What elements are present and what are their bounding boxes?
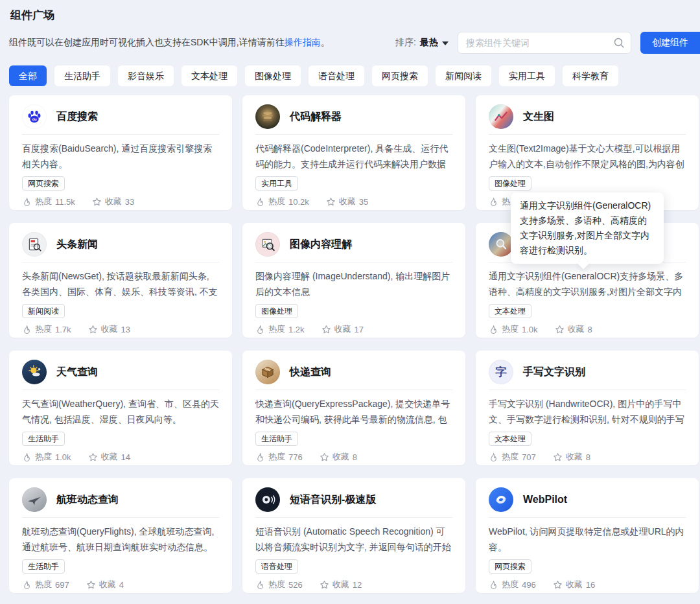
card-title: 文生图 bbox=[523, 110, 554, 124]
heat-value: 496 bbox=[522, 580, 536, 590]
card-divider bbox=[255, 389, 452, 390]
guide-link[interactable]: 操作指南 bbox=[285, 37, 321, 47]
handwrite-ocr-icon: 字 bbox=[489, 360, 513, 384]
star-icon bbox=[320, 452, 329, 462]
category-tag[interactable]: 生活助手 bbox=[22, 559, 65, 574]
flame-icon bbox=[22, 580, 32, 590]
tab-5[interactable]: 语音处理 bbox=[309, 65, 364, 86]
favorite-stat[interactable]: 收藏 17 bbox=[321, 323, 364, 335]
star-icon bbox=[553, 452, 563, 462]
card-description: 短语音识别 (Automatic Speech Recognition) 可以将… bbox=[255, 524, 452, 555]
card-divider bbox=[22, 134, 219, 135]
tab-8[interactable]: 实用工具 bbox=[499, 65, 555, 86]
component-card-1[interactable]: 代码解释器 代码解释器(CodeInterpreter), 具备生成、运行代码的… bbox=[242, 95, 465, 210]
star-icon bbox=[555, 325, 565, 334]
general-ocr-icon bbox=[489, 232, 513, 257]
favorite-value: 4 bbox=[119, 580, 124, 590]
category-tag[interactable]: 图像处理 bbox=[489, 176, 531, 191]
sort-dropdown[interactable]: 排序: 最热 bbox=[395, 37, 449, 49]
heat-label: 热度 bbox=[268, 451, 285, 463]
flame-icon bbox=[489, 197, 498, 207]
tab-1[interactable]: 生活助手 bbox=[54, 65, 110, 86]
webpilot-icon bbox=[489, 487, 513, 512]
flame-icon bbox=[22, 452, 32, 462]
tab-all[interactable]: 全部 bbox=[9, 65, 47, 86]
component-card-3[interactable]: 头条新闻 头条新闻(NewsGet), 按话题获取最新新闻头条, 各类国内、国际… bbox=[9, 223, 232, 338]
heat-value: 776 bbox=[288, 452, 303, 462]
category-tag[interactable]: 实用工具 bbox=[255, 176, 298, 191]
component-card-8[interactable]: 字 手写文字识别 手写文字识别 (HandwriteOCR), 图片中的手写中文… bbox=[476, 351, 699, 465]
category-tag[interactable]: 生活助手 bbox=[255, 432, 298, 446]
search-icon[interactable] bbox=[613, 37, 625, 49]
heat-stat: 热度 526 bbox=[255, 579, 303, 590]
category-tag[interactable]: 网页搜索 bbox=[22, 176, 65, 191]
card-divider bbox=[22, 262, 219, 262]
tab-3[interactable]: 文本处理 bbox=[181, 65, 237, 86]
card-divider bbox=[489, 389, 686, 390]
component-card-0[interactable]: du 百度搜索 百度搜索(BaiduSearch), 通过百度搜索引擎搜索相关内… bbox=[9, 95, 232, 210]
card-description: 快递查询(QueryExpressPackage), 提交快递单号和快递公司编码… bbox=[255, 396, 452, 427]
heat-label: 热度 bbox=[502, 323, 519, 335]
subtitle-period: 。 bbox=[321, 37, 330, 47]
card-divider bbox=[489, 134, 686, 135]
star-icon bbox=[86, 580, 96, 590]
card-description: 通用文字识别组件(GeneralOCR)支持多场景、多语种、高精度的文字识别服务… bbox=[489, 268, 686, 299]
tab-9[interactable]: 科学教育 bbox=[563, 65, 618, 86]
component-card-4[interactable]: 图像内容理解 图像内容理解 (ImageUnderstand), 输出理解图片后… bbox=[242, 223, 465, 338]
flame-icon bbox=[489, 452, 498, 462]
category-tag[interactable]: 文本处理 bbox=[489, 304, 531, 318]
star-icon bbox=[92, 197, 102, 207]
favorite-stat[interactable]: 收藏 14 bbox=[88, 451, 130, 463]
star-icon bbox=[321, 325, 331, 334]
favorite-stat[interactable]: 收藏 12 bbox=[320, 579, 362, 590]
favorite-stat[interactable]: 收藏 13 bbox=[88, 323, 130, 335]
flame-icon bbox=[255, 325, 265, 334]
heat-value: 1.2k bbox=[288, 325, 305, 334]
card-title: WebPilot bbox=[523, 494, 567, 505]
favorite-label: 收藏 bbox=[339, 196, 356, 207]
search-box bbox=[458, 32, 631, 54]
component-card-10[interactable]: 短语音识别-极速版 短语音识别 (Automatic Speech Recogn… bbox=[242, 478, 465, 593]
star-icon bbox=[320, 580, 329, 590]
card-description: 百度搜索(BaiduSearch), 通过百度搜索引擎搜索相关内容。 bbox=[22, 141, 219, 172]
card-divider bbox=[22, 517, 219, 518]
favorite-stat[interactable]: 收藏 16 bbox=[553, 579, 595, 590]
category-tag[interactable]: 文本处理 bbox=[489, 432, 531, 446]
favorite-stat[interactable]: 收藏 8 bbox=[555, 323, 592, 335]
category-tag[interactable]: 网页搜索 bbox=[489, 559, 531, 574]
card-title: 头条新闻 bbox=[56, 238, 98, 251]
component-card-11[interactable]: WebPilot WebPilot, 访问网页提取特定信息或处理URL的内容。 … bbox=[476, 478, 699, 593]
favorite-stat[interactable]: 收藏 4 bbox=[86, 579, 124, 590]
search-input[interactable] bbox=[458, 32, 631, 54]
favorite-label: 收藏 bbox=[101, 323, 118, 335]
heat-value: 1.0k bbox=[55, 452, 71, 462]
flame-icon bbox=[489, 580, 498, 590]
tab-7[interactable]: 新闻阅读 bbox=[436, 65, 491, 86]
favorite-stat[interactable]: 收藏 35 bbox=[326, 196, 368, 207]
component-card-6[interactable]: 天气查询 天气查询(WeatherQuery), 查询省、市、区县的天气情况, … bbox=[9, 351, 232, 465]
component-card-7[interactable]: 快递查询 快递查询(QueryExpressPackage), 提交快递单号和快… bbox=[242, 351, 465, 465]
tab-4[interactable]: 图像处理 bbox=[245, 65, 301, 86]
tab-6[interactable]: 网页搜索 bbox=[372, 65, 428, 86]
star-icon bbox=[88, 325, 98, 334]
heat-label: 热度 bbox=[35, 196, 52, 207]
component-card-grid: du 百度搜索 百度搜索(BaiduSearch), 通过百度搜索引擎搜索相关内… bbox=[9, 95, 699, 593]
tab-2[interactable]: 影音娱乐 bbox=[118, 65, 174, 86]
package-icon bbox=[255, 360, 280, 384]
card-title: 代码解释器 bbox=[290, 110, 342, 124]
favorite-stat[interactable]: 收藏 8 bbox=[320, 451, 357, 463]
create-component-button[interactable]: 创建组件 bbox=[640, 32, 700, 54]
favorite-stat[interactable]: 收藏 8 bbox=[553, 451, 590, 463]
category-tag[interactable]: 生活助手 bbox=[22, 432, 65, 446]
category-tag[interactable]: 语音处理 bbox=[255, 559, 298, 574]
heat-stat: 热度 496 bbox=[489, 579, 536, 590]
header-controls: 排序: 最热 创建组件 bbox=[395, 32, 700, 54]
image-understand-icon bbox=[255, 232, 280, 257]
favorite-stat[interactable]: 收藏 33 bbox=[92, 196, 134, 207]
component-card-9[interactable]: 航班动态查询 航班动态查询(QueryFlights), 全球航班动态查询, 通… bbox=[9, 478, 232, 593]
heat-value: 11.5k bbox=[55, 197, 75, 207]
category-tag[interactable]: 图像处理 bbox=[255, 304, 298, 318]
favorite-value: 8 bbox=[588, 325, 592, 334]
category-tag[interactable]: 新闻阅读 bbox=[22, 304, 65, 318]
card-description: 文生图(Text2Image)基于文心大模型,可以根据用户输入的文本,自动创作不… bbox=[489, 141, 686, 172]
